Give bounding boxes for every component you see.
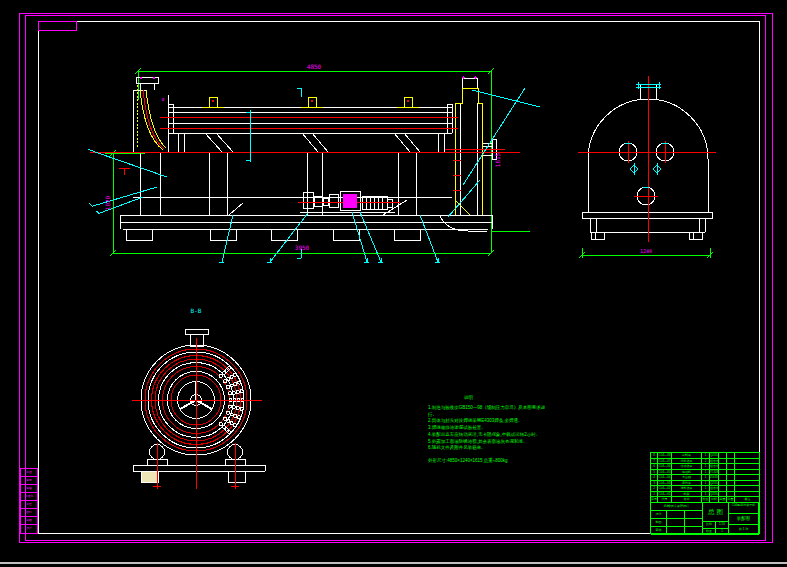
bom-cell: 4 [651, 475, 658, 480]
note-item: 2.筒体与封头对接焊缝采用E4303焊条,全焊透。 [428, 418, 548, 425]
end-view-cyan-marks [625, 82, 668, 187]
bom-cell: 大齿圈 [672, 475, 702, 480]
bom-cell [735, 492, 759, 497]
bom-header-cell: 单重 [719, 497, 727, 502]
bom-cell [719, 464, 727, 469]
bom-cell: 1 [702, 464, 710, 469]
bom-cell: 1 [702, 470, 710, 475]
section-view: B-B [132, 307, 265, 489]
bom-cell: C04—04 [658, 475, 672, 480]
bom-cell: 8 [651, 453, 658, 458]
bom-header-cell: 代号 [658, 497, 672, 502]
technical-notes: 说明 1.制造与验收按GB150—98《钢制压力容器》及本图要求进行。 2.筒体… [428, 395, 548, 465]
bom-cell [735, 470, 759, 475]
note-item: 6.随机文件及附件见装箱单。 [428, 445, 548, 452]
bom-header-cell: 数量 [702, 497, 710, 502]
field-label: 审核 [651, 527, 667, 535]
bom-cell [735, 486, 759, 491]
bom-cell [735, 459, 759, 464]
bom-cell: C04—01 [658, 492, 672, 497]
bom-cell: 电动机 [672, 470, 702, 475]
bom-cell [719, 470, 727, 475]
bom-cell: 1 [702, 481, 710, 486]
main-elevation-view: 4850 3950 1020 1615 Ø [88, 63, 540, 263]
bom-cell: 组合件 [710, 459, 719, 464]
leader-lines [88, 88, 540, 263]
bom-cell: 6 [651, 464, 658, 469]
bom-cell: 组合件 [710, 486, 719, 491]
dim-outlet-height: 1615 [494, 152, 501, 167]
binding-row: 标准化 [21, 493, 37, 501]
bom-cell: C04—08 [658, 453, 672, 458]
bom-cell: 3 [651, 481, 658, 486]
sheet-note: 共 1 张 [729, 525, 759, 535]
binding-edge-table: 批准 审定 审核 标准化 工艺 校对 制图 设计 [20, 468, 38, 534]
organization: 机械设计课程设计 [651, 503, 703, 511]
bom-cell: 5 [651, 470, 658, 475]
cad-drawing-screenshot: 4850 3950 1020 1615 Ø 1240 B-B [0, 0, 787, 567]
bom-cell: ZG310—570 [710, 475, 719, 480]
binding-row: 制图 [21, 517, 37, 525]
bom-cell [727, 453, 735, 458]
support-pad [141, 471, 158, 482]
bom-table: 8C04—08出料罩1Q235—A7C04—07托轮装置2组合件6C04—06传… [651, 453, 759, 497]
notes-title: 说明 [464, 395, 548, 402]
bom-header-cell: 备注 [735, 497, 759, 502]
bom-cell: 滚筒体 [672, 481, 702, 486]
bom-cell: 托轮装置 [672, 459, 702, 464]
frame-corner-notch [39, 22, 77, 31]
bom-cell [727, 459, 735, 464]
bom-cell [735, 481, 759, 486]
bom-cell: C04—02 [658, 486, 672, 491]
field-label: 设计 [651, 511, 667, 519]
bom-cell: 1 [702, 492, 710, 497]
note-item: 3.焊缝做煤油渗漏试验检查。 [428, 425, 548, 432]
bom-header-cell: 序号 [651, 497, 658, 502]
bom-cell [735, 453, 759, 458]
note-item: 1.制造与验收按GB150—98《钢制压力容器》及本图要求进行。 [428, 405, 548, 419]
notes-footer: 外形尺寸:4850×1240×1615 总重≈800kg [428, 458, 548, 465]
bolt-dots [140, 76, 477, 79]
bom-cell: C04—07 [658, 459, 672, 464]
end-view-body [582, 84, 712, 239]
bom-cell [727, 475, 735, 480]
product-name: C04型滚筒烘干机 [729, 503, 759, 514]
bom-header-cell: 材料 [710, 497, 719, 502]
bom-cell: Q235—A [710, 481, 719, 486]
bom-cell: C04—06 [658, 464, 672, 469]
bom-cell [719, 486, 727, 491]
dimension-lines [105, 68, 530, 256]
bom-cell [727, 492, 735, 497]
bom-header-cell: 总重 [727, 497, 735, 502]
bom-cell: Y132M—4 [710, 470, 719, 475]
drawing-name: 总 图 [703, 503, 729, 522]
bom-cell: 1 [702, 453, 710, 458]
bom-cell: 1 [702, 475, 710, 480]
bom-cell: 2 [651, 486, 658, 491]
bom-cell [735, 475, 759, 480]
bom-cell [719, 453, 727, 458]
bom-cell: 进料装置 [672, 486, 702, 491]
bom-cell: 1 [651, 492, 658, 497]
binding-row: 审定 [21, 477, 37, 485]
bom-cell: Q235—A [710, 453, 719, 458]
bom-cell [727, 464, 735, 469]
binding-row: 校对 [21, 509, 37, 517]
bom-cell: C04—03 [658, 481, 672, 486]
window-bottom-edge [0, 562, 787, 564]
dim-inlet-height: 1020 [104, 195, 111, 210]
motor-block [343, 194, 357, 208]
binding-row: 工艺 [21, 501, 37, 509]
section-view-label: B-B [191, 307, 202, 314]
title-block-lower: 机械设计课程设计 设计 制图 审核 总 图 比例 1:20 数量 1 C04型滚… [651, 503, 759, 535]
bom-cell: C04—05 [658, 470, 672, 475]
qty-label: 数量 [703, 529, 716, 536]
bom-cell: 7 [651, 459, 658, 464]
bom-cell [719, 475, 727, 480]
document-type: 装配图 [729, 514, 759, 525]
binding-row: 批准 [21, 469, 37, 477]
bom-cell [727, 470, 735, 475]
note-item: 4.装配后盘车应转动灵活,无卡阻现象,空载试运转2小时。 [428, 432, 548, 439]
bom-cell [727, 481, 735, 486]
dim-end-width: 1240 [640, 248, 652, 254]
